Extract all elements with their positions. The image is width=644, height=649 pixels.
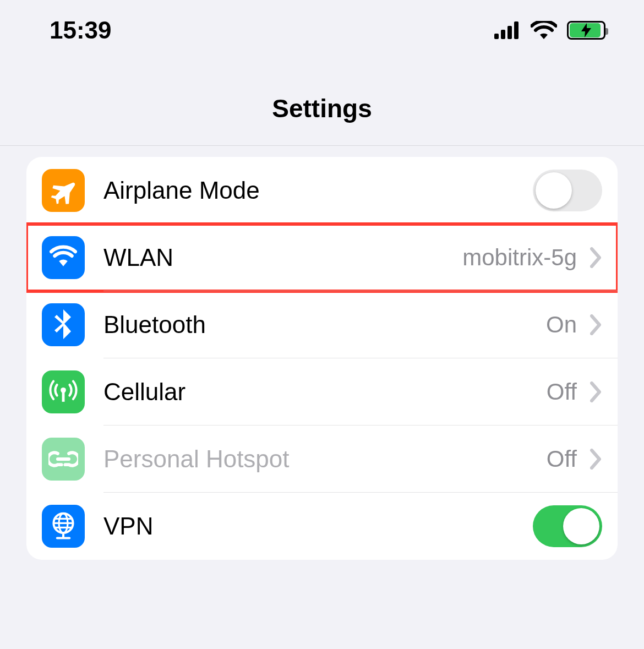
signal-icon: [494, 21, 521, 39]
row-airplane-mode[interactable]: Airplane Mode: [26, 157, 618, 224]
airplane-icon: [42, 169, 85, 212]
svg-rect-0: [494, 34, 499, 39]
airplane-mode-label: Airplane Mode: [103, 177, 533, 204]
page-title: Settings: [0, 61, 644, 145]
svg-rect-2: [507, 26, 512, 39]
settings-group: Airplane Mode WLAN mobitrix-5g Bluetooth…: [26, 157, 618, 560]
status-bar: 15:39: [0, 0, 644, 61]
bluetooth-icon: [42, 303, 85, 346]
svg-rect-3: [514, 21, 519, 39]
wlan-detail: mobitrix-5g: [462, 244, 577, 271]
toggle-knob: [536, 172, 572, 209]
link-icon: [42, 438, 85, 481]
battery-icon: [567, 21, 605, 40]
chevron-right-icon: [590, 381, 602, 402]
globe-icon: [42, 505, 85, 548]
toggle-knob: [563, 508, 599, 544]
personal-hotspot-label: Personal Hotspot: [103, 445, 547, 473]
svg-rect-1: [501, 30, 505, 39]
bluetooth-label: Bluetooth: [103, 311, 546, 339]
cellular-detail: Off: [547, 379, 577, 405]
row-wlan[interactable]: WLAN mobitrix-5g: [26, 224, 618, 291]
charging-bolt-icon: [581, 23, 591, 37]
airplane-mode-toggle[interactable]: [533, 170, 602, 211]
chevron-right-icon: [590, 449, 602, 470]
row-separator: [103, 291, 618, 291]
bluetooth-detail: On: [546, 312, 577, 338]
cellular-icon: [42, 370, 85, 413]
header-divider: [0, 145, 644, 146]
chevron-right-icon: [590, 247, 602, 268]
chevron-right-icon: [590, 314, 602, 335]
row-personal-hotspot[interactable]: Personal Hotspot Off: [26, 426, 618, 493]
vpn-label: VPN: [103, 512, 533, 540]
row-cellular[interactable]: Cellular Off: [26, 358, 618, 426]
wlan-label: WLAN: [103, 244, 462, 271]
status-time: 15:39: [50, 17, 112, 44]
wifi-icon: [531, 21, 557, 40]
row-bluetooth[interactable]: Bluetooth On: [26, 291, 618, 358]
personal-hotspot-detail: Off: [547, 446, 577, 472]
wifi-icon: [42, 236, 85, 279]
cellular-label: Cellular: [103, 378, 547, 406]
status-icons: [494, 21, 605, 40]
row-vpn[interactable]: VPN: [26, 493, 618, 560]
svg-rect-5: [62, 391, 65, 402]
vpn-toggle[interactable]: [533, 505, 602, 547]
